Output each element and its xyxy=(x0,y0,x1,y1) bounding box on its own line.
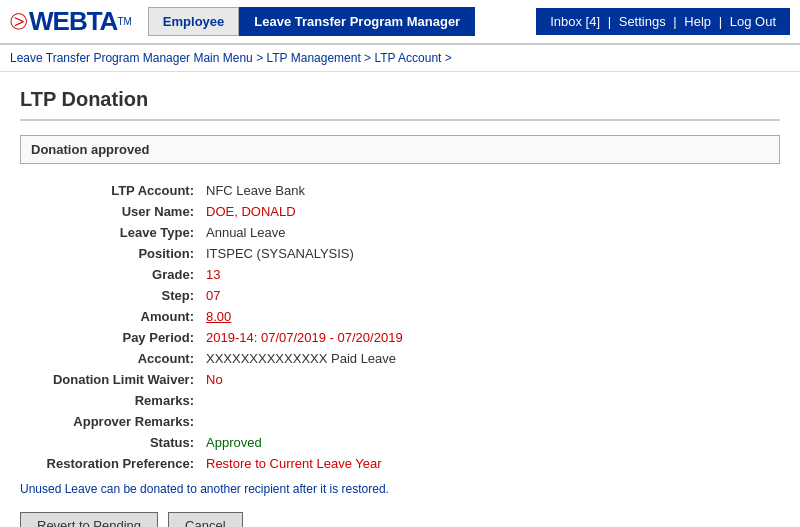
field-label-user-name: User Name: xyxy=(20,201,200,222)
table-row: Remarks: xyxy=(20,390,780,411)
table-row: Donation Limit Waiver: No xyxy=(20,369,780,390)
field-label-remarks: Remarks: xyxy=(20,390,200,411)
table-row: Status: Approved xyxy=(20,432,780,453)
field-label-status: Status: xyxy=(20,432,200,453)
field-label-pay-period: Pay Period: xyxy=(20,327,200,348)
notice-text: Unused Leave can be donated to another r… xyxy=(20,482,780,496)
page-title: LTP Donation xyxy=(20,88,780,121)
field-value-leave-type: Annual Leave xyxy=(200,222,780,243)
button-row: Revert to Pending Cancel xyxy=(20,512,780,527)
field-value-donation-limit-waiver: No xyxy=(200,369,780,390)
field-label-ltp-account: LTP Account: xyxy=(20,180,200,201)
table-row: User Name: DOE, DONALD xyxy=(20,201,780,222)
field-value-ltp-account: NFC Leave Bank xyxy=(200,180,780,201)
table-row: Step: 07 xyxy=(20,285,780,306)
revert-to-pending-button[interactable]: Revert to Pending xyxy=(20,512,158,527)
table-row: Leave Type: Annual Leave xyxy=(20,222,780,243)
table-row: Approver Remarks: xyxy=(20,411,780,432)
field-label-approver-remarks: Approver Remarks: xyxy=(20,411,200,432)
cancel-button[interactable]: Cancel xyxy=(168,512,242,527)
field-label-position: Position: xyxy=(20,243,200,264)
nav-tabs: Employee Leave Transfer Program Manager xyxy=(148,7,475,36)
field-value-step: 07 xyxy=(200,285,780,306)
settings-link[interactable]: Settings xyxy=(619,14,666,29)
breadcrumb: Leave Transfer Program Manager Main Menu… xyxy=(0,45,800,72)
tab-ltpm[interactable]: Leave Transfer Program Manager xyxy=(239,7,475,36)
table-row: Grade: 13 xyxy=(20,264,780,285)
logo: ⧁ WEBTATM xyxy=(10,6,132,37)
field-label-account: Account: xyxy=(20,348,200,369)
header: ⧁ WEBTATM Employee Leave Transfer Progra… xyxy=(0,0,800,45)
field-value-position: ITSPEC (SYSANALYSIS) xyxy=(200,243,780,264)
help-link[interactable]: Help xyxy=(684,14,711,29)
tab-employee[interactable]: Employee xyxy=(148,7,239,36)
table-row: Account: XXXXXXXXXXXXXX Paid Leave xyxy=(20,348,780,369)
field-value-grade: 13 xyxy=(200,264,780,285)
table-row: LTP Account: NFC Leave Bank xyxy=(20,180,780,201)
field-value-restoration-preference: Restore to Current Leave Year xyxy=(200,453,780,474)
field-label-step: Step: xyxy=(20,285,200,306)
table-row: Pay Period: 2019-14: 07/07/2019 - 07/20/… xyxy=(20,327,780,348)
breadcrumb-ltp-account[interactable]: LTP Account xyxy=(374,51,441,65)
field-value-account: XXXXXXXXXXXXXX Paid Leave xyxy=(200,348,780,369)
header-right-nav: Inbox [4] | Settings | Help | Log Out xyxy=(536,8,790,35)
logout-link[interactable]: Log Out xyxy=(730,14,776,29)
field-value-amount: 8.00 xyxy=(200,306,780,327)
breadcrumb-ltpm[interactable]: Leave Transfer Program Manager Main Menu xyxy=(10,51,253,65)
field-label-grade: Grade: xyxy=(20,264,200,285)
table-row: Amount: 8.00 xyxy=(20,306,780,327)
detail-table: LTP Account: NFC Leave Bank User Name: D… xyxy=(20,180,780,474)
field-value-pay-period: 2019-14: 07/07/2019 - 07/20/2019 xyxy=(200,327,780,348)
page-content: LTP Donation Donation approved LTP Accou… xyxy=(0,72,800,527)
breadcrumb-ltp-management[interactable]: LTP Management xyxy=(266,51,360,65)
field-label-donation-limit-waiver: Donation Limit Waiver: xyxy=(20,369,200,390)
logo-text: WEBTA xyxy=(29,6,117,37)
logo-tm: TM xyxy=(117,16,131,27)
field-label-amount: Amount: xyxy=(20,306,200,327)
logo-dots: ⧁ xyxy=(10,9,27,35)
field-value-remarks xyxy=(200,390,780,411)
status-box: Donation approved xyxy=(20,135,780,164)
table-row: Restoration Preference: Restore to Curre… xyxy=(20,453,780,474)
field-value-approver-remarks xyxy=(200,411,780,432)
field-value-status: Approved xyxy=(200,432,780,453)
field-value-user-name: DOE, DONALD xyxy=(200,201,780,222)
table-row: Position: ITSPEC (SYSANALYSIS) xyxy=(20,243,780,264)
field-label-leave-type: Leave Type: xyxy=(20,222,200,243)
field-label-restoration-preference: Restoration Preference: xyxy=(20,453,200,474)
inbox-link[interactable]: Inbox [4] xyxy=(550,14,600,29)
